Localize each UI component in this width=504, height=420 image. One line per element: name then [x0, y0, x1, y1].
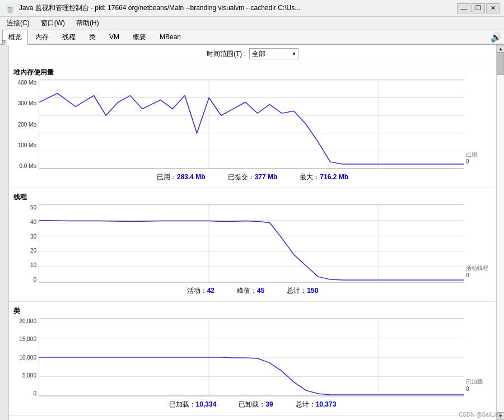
tab-summary[interactable]: 概要: [127, 30, 152, 45]
threads-chart-svg: [39, 205, 464, 282]
classes-chart-section: 类 20,000 15,000 10,000 5,000 0: [9, 302, 496, 416]
main-content: 送 时间范围(T) : 全部 最近5分钟 最近10分钟 最近30分钟 堆内存使用…: [0, 45, 504, 420]
heap-stat-committed-label: 已提交：377 Mb: [228, 172, 278, 182]
restore-button[interactable]: ❐: [472, 3, 485, 13]
heap-stats: 已用：283.4 Mb 已提交：377 Mb 最大：716.2 Mb: [9, 169, 496, 185]
tab-threads[interactable]: 线程: [56, 30, 82, 45]
title-bar-title: Java 监视和管理控制台 - pid: 17664 org/netbeans/…: [19, 3, 300, 13]
right-scrollbar[interactable]: ▲ ▼: [496, 45, 504, 420]
heap-chart-area: 16:44 16:45: [39, 80, 464, 169]
classes-y-axis: 20,000 15,000 10,000 5,000 0: [13, 318, 39, 396]
title-bar-controls: — ❐ ✕: [457, 3, 500, 13]
heap-stat-committed-value: 377 Mb: [255, 173, 278, 181]
threads-stats: 活动：42 峰值：45 总计：150: [9, 283, 496, 299]
threads-stat-total-value: 150: [307, 287, 318, 295]
threads-chart-container: 50 40 30 20 10 0: [9, 204, 496, 283]
threads-stat-peak-label: 峰值：45: [237, 286, 264, 296]
menu-bar: 连接(C) 窗口(W) 帮助(H): [0, 17, 504, 30]
tab-classes[interactable]: 类: [83, 30, 102, 45]
tab-memory[interactable]: 内存: [29, 30, 55, 45]
menu-item-window[interactable]: 窗口(W): [39, 17, 67, 29]
heap-stat-max-value: 716.2 Mb: [320, 173, 348, 181]
heap-right-value: 0: [466, 158, 469, 165]
speaker-icon: 🔊: [491, 32, 502, 43]
time-range-label: 时间范围(T) :: [207, 49, 246, 59]
classes-stat-total-value: 10,373: [316, 400, 337, 408]
heap-right-label-text: 已用: [466, 151, 477, 158]
heap-stat-used-label: 已用：283.4 Mb: [157, 172, 206, 182]
heap-y-axis: 400 Mb 300 Mb 200 Mb 100 Mb 0.0 Mb: [13, 80, 39, 169]
time-range-select[interactable]: 全部 最近5分钟 最近10分钟 最近30分钟: [249, 48, 298, 59]
content-area: 时间范围(T) : 全部 最近5分钟 最近10分钟 最近30分钟 堆内存使用量 …: [9, 45, 496, 420]
threads-stat-peak-value: 45: [257, 287, 264, 295]
heap-chart-section: 堆内存使用量 400 Mb 300 Mb 200 Mb 100 Mb 0.0 M…: [9, 63, 496, 188]
time-range-bar: 时间范围(T) : 全部 最近5分钟 最近10分钟 最近30分钟: [9, 45, 496, 63]
threads-y-axis: 50 40 30 20 10 0: [13, 204, 39, 283]
minimize-button[interactable]: —: [457, 3, 470, 13]
classes-stat-unloaded-label: 已卸载：39: [239, 400, 273, 409]
classes-right-value: 0: [466, 386, 469, 392]
classes-stats: 已加载：10,334 已卸载：39 总计：10,373: [9, 396, 496, 413]
threads-right-value: 0: [466, 272, 469, 278]
threads-chart-section: 线程 50 40 30 20 10 0: [9, 188, 496, 302]
menu-item-help[interactable]: 帮助(H): [74, 17, 101, 29]
title-bar-left: 🍵 Java 监视和管理控制台 - pid: 17664 org/netbean…: [4, 3, 300, 13]
menu-item-connect[interactable]: 连接(C): [4, 17, 32, 29]
left-strip: 送: [0, 45, 9, 420]
threads-chart-title: 线程: [9, 190, 496, 204]
classes-chart-area: 16:44 16:45: [39, 318, 464, 396]
classes-stat-loaded-label: 已加载：10,334: [169, 400, 217, 409]
classes-right-label-text: 已加载: [466, 378, 483, 386]
java-icon: 🍵: [4, 3, 16, 13]
tab-vm[interactable]: VM: [103, 30, 125, 44]
heap-chart-svg: [39, 80, 464, 169]
tab-overview[interactable]: 概览: [2, 30, 28, 45]
heap-stat-max-label: 最大：716.2 Mb: [300, 172, 348, 182]
close-button[interactable]: ✕: [486, 3, 500, 13]
heap-chart-title: 堆内存使用量: [9, 66, 496, 80]
classes-chart-svg: [39, 319, 464, 396]
classes-right-label: 已加载 0: [464, 318, 492, 396]
scrollbar-up-button[interactable]: ▲: [497, 45, 504, 53]
threads-stat-active-label: 活动：42: [187, 286, 214, 296]
classes-stat-unloaded-value: 39: [265, 400, 273, 408]
time-range-select-wrapper[interactable]: 全部 最近5分钟 最近10分钟 最近30分钟: [249, 48, 298, 59]
watermark: CSDN @SailLiao: [459, 412, 502, 418]
title-bar: 🍵 Java 监视和管理控制台 - pid: 17664 org/netbean…: [0, 0, 504, 17]
scrollbar-thumb[interactable]: [497, 53, 504, 75]
tab-bar: 概览 内存 线程 类 VM 概要 MBean 🔊: [0, 30, 504, 45]
classes-chart-container: 20,000 15,000 10,000 5,000 0: [9, 318, 496, 396]
threads-chart-area: 16:44 16:45: [39, 204, 464, 283]
heap-chart-container: 400 Mb 300 Mb 200 Mb 100 Mb 0.0 Mb: [9, 80, 496, 169]
threads-stat-active-value: 42: [207, 287, 214, 295]
heap-stat-used-value: 283.4 Mb: [177, 173, 206, 181]
threads-right-label-text: 活动线程: [466, 264, 488, 272]
classes-stat-loaded-value: 10,334: [196, 400, 217, 408]
threads-stat-total-label: 总计：150: [287, 286, 318, 296]
tab-mbean[interactable]: MBean: [153, 30, 187, 44]
classes-stat-total-label: 总计：10,373: [296, 400, 337, 409]
threads-right-label: 活动线程 0: [464, 204, 492, 283]
heap-right-label: 已用 0: [464, 80, 492, 169]
scrollbar-track[interactable]: [497, 53, 504, 412]
classes-chart-title: 类: [9, 304, 496, 318]
